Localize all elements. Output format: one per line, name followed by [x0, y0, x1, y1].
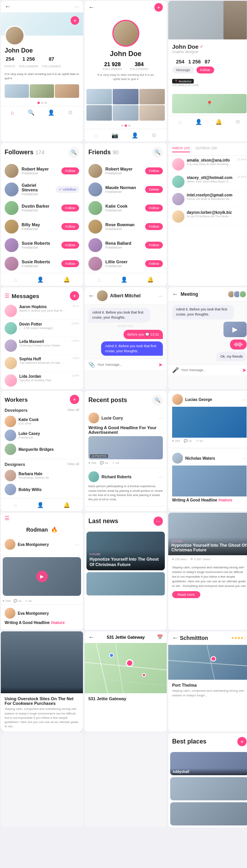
friend-follow-btn-1[interactable]: Follow	[145, 167, 163, 174]
play-button[interactable]: ▶	[36, 571, 48, 582]
msg-item-2[interactable]: Devin Potter ♪ 4:52 (voice message) 8 AP…	[1, 320, 83, 337]
msg-item-1[interactable]: Aaron Hopkins Admit it. Before you took …	[1, 302, 83, 320]
rodman-menu-icon[interactable]: ☰	[5, 515, 10, 521]
nav-person-1[interactable]: 👤	[48, 109, 54, 116]
friend-delete-btn-2[interactable]: Delete	[145, 186, 163, 193]
send-button-1[interactable]: ➤	[158, 362, 163, 368]
thumb-2[interactable]	[30, 84, 54, 98]
chat-back-1[interactable]: ←	[88, 292, 95, 299]
inbox-item-4[interactable]: dayron.lorber@koyik.biz A List Of Achiev…	[168, 208, 247, 225]
followers-search-btn[interactable]: 🔍	[68, 147, 79, 158]
friends-count: 90	[113, 149, 119, 155]
friend-follow-btn-3[interactable]: Follow	[145, 205, 163, 211]
chat-more-icon[interactable]: ···	[158, 293, 163, 299]
w-nav-person[interactable]: 👤	[37, 502, 44, 508]
nav-home-1[interactable]: ⌂	[11, 109, 14, 116]
msg-sender-5: Lida Jordan	[19, 374, 69, 379]
add-button-1[interactable]: +	[71, 16, 79, 25]
thumb-1[interactable]	[5, 84, 29, 98]
social-menu-1[interactable]: ···	[242, 396, 247, 402]
place-card-1[interactable]: Addyshall	[170, 752, 247, 775]
friend-name-5: Rena Ballard	[105, 241, 142, 246]
fr-nav-person[interactable]: 👤	[121, 276, 127, 283]
follow-btn-3[interactable]: Follow	[61, 205, 79, 211]
send-button-2[interactable]: ➤	[242, 367, 247, 373]
message-button[interactable]: Message	[172, 67, 194, 73]
messages-add-btn[interactable]: +	[70, 291, 79, 300]
chat-input-field-1[interactable]	[97, 363, 156, 367]
gallery-item-5[interactable]	[113, 105, 138, 121]
nav-settings-3[interactable]: ⚙	[235, 119, 240, 125]
follow-btn-5[interactable]: Follow	[61, 242, 79, 249]
post-menu-1[interactable]: ···	[158, 415, 163, 421]
w-nav-bell[interactable]: 🔔	[63, 502, 70, 508]
friend-follow-btn-4[interactable]: Follow	[145, 223, 163, 230]
nav-person-3[interactable]: 👤	[195, 119, 202, 125]
unfollow-btn-1[interactable]: ✓ Unfollow	[56, 186, 79, 193]
add-button-2[interactable]: +	[154, 3, 163, 12]
messages-menu-icon[interactable]: ☰	[5, 293, 10, 299]
news-item-large-1[interactable]: FUTURE Hypnotize Yourself Into The Ghost…	[86, 532, 165, 570]
posts-search-btn[interactable]: 🔍	[152, 395, 163, 406]
follow-btn-1[interactable]: Follow	[61, 167, 79, 174]
inbox-item-1[interactable]: amalia_olson@ana.info It is very easy to…	[168, 156, 247, 173]
nav-search-1[interactable]: 🔍	[28, 109, 34, 116]
msg-item-3[interactable]: Lella Maxwell Ordering Contact Lens Onli…	[1, 337, 83, 355]
msg-item-4[interactable]: Sophia Huff The Different Methods Of Hai…	[1, 355, 83, 372]
divider-1	[5, 459, 79, 459]
nav-camera-2[interactable]: 📷	[112, 132, 118, 138]
news-add-btn[interactable]: ···	[154, 517, 163, 526]
w-nav-home[interactable]: ⌂	[14, 502, 17, 508]
back-button-2[interactable]: ←	[88, 4, 95, 11]
gallery-item-4[interactable]	[86, 105, 112, 121]
friends-search-btn[interactable]: 🔍	[152, 147, 163, 158]
gallery-item-2[interactable]	[113, 89, 138, 104]
designers-view-all[interactable]: View all	[67, 462, 79, 467]
best-places-add-btn[interactable]: +	[237, 737, 247, 746]
news-item-small-1[interactable]	[86, 572, 165, 595]
chat-back-2[interactable]: ←	[172, 291, 178, 298]
f-nav-person[interactable]: 👤	[37, 276, 44, 283]
follow-btn-4[interactable]: Follow	[61, 223, 79, 230]
gallery-item-1[interactable]	[86, 89, 112, 104]
gallery-item-6[interactable]	[139, 105, 165, 121]
developers-view-all[interactable]: View all	[67, 408, 79, 413]
place-card-2[interactable]	[170, 777, 247, 800]
nav-home-2[interactable]: ⌂	[95, 132, 98, 138]
follow-button[interactable]: Follow	[196, 67, 214, 73]
gallery-item-3[interactable]	[139, 89, 165, 104]
workers-add-btn[interactable]: +	[70, 395, 79, 404]
msg-avatar-3	[5, 339, 17, 352]
fr-nav-bell[interactable]: 🔔	[147, 276, 154, 283]
nav-home-3[interactable]: ⌂	[178, 119, 181, 125]
nav-bell-3[interactable]: 🔔	[215, 119, 222, 125]
news-read-more-btn[interactable]: Read more	[172, 591, 200, 598]
place-back-btn[interactable]: ←	[172, 634, 178, 641]
nav-person-2[interactable]: 👤	[132, 132, 138, 138]
inbox-tab-inbox[interactable]: INBOX 220	[172, 146, 190, 152]
map-back-btn[interactable]: ←	[88, 634, 95, 641]
f-nav-home[interactable]: ⌂	[14, 276, 17, 283]
inbox-item-3[interactable]: intel.roselyn@gmail.com Focus On Both A …	[168, 191, 247, 208]
social-menu-2[interactable]: ···	[242, 455, 247, 461]
friend-follow-btn-5[interactable]: Follow	[145, 242, 163, 249]
place-card-3[interactable]	[170, 802, 247, 825]
rodman-post-menu[interactable]: ···	[74, 541, 79, 547]
inbox-item-2[interactable]: stacey_ott@hotmail.com When Your Mum Bit…	[168, 173, 247, 191]
map-calendar-icon[interactable]: 📅	[157, 634, 163, 640]
post-menu-2[interactable]: ···	[158, 474, 163, 480]
inbox-tab-outbox[interactable]: OUTBOX 100	[196, 146, 217, 152]
f-nav-bell[interactable]: 🔔	[63, 276, 70, 283]
friend-follow-btn-6[interactable]: Follow	[145, 260, 163, 267]
menu-icon-1[interactable]: ···	[74, 3, 79, 10]
mic-icon[interactable]: 🎤	[172, 367, 179, 373]
nav-settings-1[interactable]: ⚙	[68, 109, 73, 116]
chat-input-field-2[interactable]	[181, 368, 240, 372]
fr-nav-home[interactable]: ⌂	[98, 276, 101, 283]
msg-item-5[interactable]: Lida Jordan Tips Are A Healthy Flair 3 A…	[1, 372, 83, 389]
follow-btn-6[interactable]: Follow	[61, 260, 79, 267]
nav-settings-2[interactable]: ⚙	[152, 132, 157, 138]
back-button-1[interactable]: ←	[5, 3, 11, 10]
attach-icon[interactable]: 📎	[88, 362, 95, 368]
thumb-3[interactable]	[55, 84, 79, 98]
